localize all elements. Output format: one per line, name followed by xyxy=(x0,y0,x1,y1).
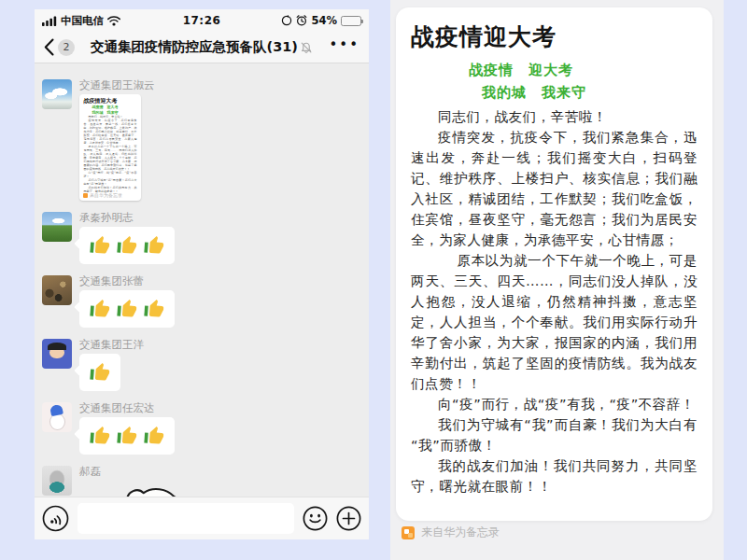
carrier-label: 中国电信 xyxy=(61,14,104,28)
sender-name: 交通集团王淑云 xyxy=(79,79,155,91)
document-subtitle-1: 战疫情 迎大考 xyxy=(411,59,698,81)
message-row: 交通集团王洋 xyxy=(42,339,361,391)
message-row: 交通集团任宏达 xyxy=(42,402,361,455)
huawei-notes-icon xyxy=(402,526,415,539)
memo-app-icon xyxy=(83,193,88,198)
document-subtitle-2: 我的城 我来守 xyxy=(411,81,698,104)
paragraph: 原本以为就一个下午就一个晚上，可是两天、三天、四天……，同志们没人掉队，没人抱怨… xyxy=(411,250,698,394)
thumbs-bubble xyxy=(79,290,175,328)
voice-message-button[interactable] xyxy=(42,505,69,532)
sender-name: 交通集团王洋 xyxy=(79,339,144,351)
avatar-zhanglei[interactable] xyxy=(42,275,72,305)
back-button[interactable]: 2 xyxy=(44,38,75,56)
thumbs-up-icon xyxy=(143,298,164,319)
thumbs-up-icon xyxy=(116,234,137,256)
thumbs-up-icon xyxy=(116,425,137,446)
thumbs-up-icon xyxy=(143,425,164,446)
chat-input-bar xyxy=(35,497,369,539)
chat-title: 交通集团疫情防控应急预备队(31) xyxy=(79,38,324,56)
message-row: 郝磊 xyxy=(42,466,361,497)
message-list: 交通集团王淑云 战疫情迎大考 战疫情 迎大考 我的城 我来守 同志们，战友们，辛… xyxy=(35,64,369,497)
fist-sticker[interactable] xyxy=(117,483,206,497)
message-row: 交通集团王淑云 战疫情迎大考 战疫情 迎大考 我的城 我来守 同志们，战友们，辛… xyxy=(42,79,361,201)
chevron-left-icon xyxy=(44,38,54,56)
document-body: 同志们，战友们，辛苦啦！ 疫情突发，抗疫令下，我们紧急集合，迅速出发，奔赴一线；… xyxy=(411,106,698,497)
shared-memo-image[interactable]: 战疫情迎大考 战疫情 迎大考 我的城 我来守 同志们，战友们，辛苦啦！ 疫情突发… xyxy=(79,94,141,201)
thumbs-bubble xyxy=(79,417,175,455)
thumbs-up-icon xyxy=(89,361,110,383)
sender-name: 交通集团任宏达 xyxy=(79,402,155,414)
battery-icon xyxy=(341,16,361,26)
avatar-wangyang[interactable] xyxy=(42,339,72,369)
thumbs-bubble xyxy=(79,227,175,264)
paragraph: 疫情突发，抗疫令下，我们紧急集合，迅速出发，奔赴一线；我们摇变大白，扫码登记、维… xyxy=(411,127,698,250)
avatar-sunmingzhi[interactable] xyxy=(42,212,72,242)
chat-nav-bar: 2 交通集团疫情防控应急预备队(31) ••• xyxy=(35,32,369,63)
orientation-lock-icon xyxy=(281,15,292,26)
thumbs-up-icon xyxy=(89,234,110,256)
emoji-button[interactable] xyxy=(303,506,328,531)
sender-name: 承秦孙明志 xyxy=(79,212,134,224)
alarm-icon xyxy=(296,15,307,26)
thumbs-up-icon xyxy=(89,298,110,319)
message-row: 交通集团张蕾 xyxy=(42,275,361,328)
sender-name: 郝磊 xyxy=(79,466,101,478)
message-row: 承秦孙明志 xyxy=(42,212,361,264)
paragraph: 向“疫”而行，战“疫”有我，“疫”不容辞！ xyxy=(411,394,698,414)
thumbs-up-icon xyxy=(89,425,110,446)
paragraph: 我的战友们加油！我们共同努力，共同坚守，曙光就在眼前！！ xyxy=(411,455,698,497)
status-time: 17:26 xyxy=(163,14,240,27)
paragraph: 同志们，战友们，辛苦啦！ xyxy=(411,106,698,127)
mini-doc-title: 战疫情迎大考 xyxy=(84,98,137,105)
memo-source-footer: 来自华为备忘录 xyxy=(402,525,500,540)
paragraph: 我们为守城有“我”而自豪！我们为大白有“我”而骄傲！ xyxy=(411,414,698,455)
unread-count-badge: 2 xyxy=(58,39,75,56)
memo-document: 战疫情迎大考 战疫情 迎大考 我的城 我来守 同志们，战友们，辛苦啦！ 疫情突发… xyxy=(396,7,712,521)
wechat-phone-screenshot: 中国电信 17:26 54% xyxy=(35,9,369,539)
status-bar: 中国电信 17:26 54% xyxy=(35,9,369,32)
sender-name: 交通集团张蕾 xyxy=(79,275,144,287)
battery-percent-label: 54% xyxy=(311,14,337,27)
memo-panel: 战疫情迎大考 战疫情 迎大考 我的城 我来守 同志们，战友们，辛苦啦！ 疫情突发… xyxy=(390,0,724,560)
thumbs-bubble xyxy=(79,354,120,391)
document-title: 战疫情迎大考 xyxy=(411,22,698,52)
wifi-icon xyxy=(107,16,120,26)
avatar-wangshuyun[interactable] xyxy=(42,79,72,109)
bell-muted-icon xyxy=(300,41,313,54)
avatar-renhongda[interactable] xyxy=(42,402,72,432)
avatar-haolei[interactable] xyxy=(42,466,72,496)
more-attachments-button[interactable] xyxy=(336,506,361,531)
signal-strength-icon xyxy=(42,16,57,26)
thumbs-up-icon xyxy=(116,298,137,319)
thumbs-up-icon xyxy=(143,234,164,256)
more-menu-button[interactable]: ••• xyxy=(329,40,359,55)
message-input[interactable] xyxy=(78,503,294,534)
memo-source-label: 来自华为备忘录 xyxy=(421,525,500,540)
